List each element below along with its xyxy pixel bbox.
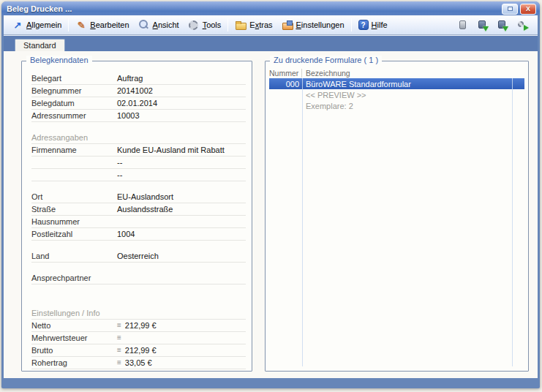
row-spacer: [31, 263, 246, 272]
import-icon[interactable]: [497, 20, 508, 31]
sum-icon: ≡: [117, 334, 121, 342]
restore-icon: [508, 7, 513, 11]
groupbox-title: Belegkenndaten: [26, 56, 92, 64]
menu-item-label: Bearbeiten: [90, 20, 129, 29]
toolbar: ↗Allgemein✎BearbeitenAnsichtToolsExtrasE…: [4, 15, 538, 35]
row-spacer: [31, 241, 246, 250]
field-value: Kunde EU-Ausland mit Rabatt: [117, 146, 225, 154]
groupbox-title: Zu druckende Formulare ( 1 ): [270, 56, 382, 64]
sum-icon: ≡: [117, 359, 121, 366]
field-label: Belegdatum: [31, 99, 117, 108]
list-right-guide-line: [512, 78, 513, 366]
groupbox-belegkenndaten: Belegkenndaten BelegartAuftragBelegnumme…: [21, 61, 252, 372]
cell-bezeichnung: Exemplare: 2: [302, 102, 353, 110]
tab-standard[interactable]: Standard: [15, 39, 65, 51]
title-bar[interactable]: Beleg Drucken ... X: [1, 1, 540, 15]
field-label: Land: [31, 252, 117, 260]
dialog-window: Beleg Drucken ... X ↗Allgemein✎Bearbeite…: [1, 1, 540, 388]
menu-item-label: Ansicht: [153, 20, 179, 29]
cell-bezeichnung: BüroWARE Standardformular: [302, 80, 411, 88]
arrow-up-right-icon: ↗: [12, 19, 23, 31]
field-row-netto: Netto≡212,99 €: [31, 320, 246, 332]
field-value: Auftrag: [117, 74, 143, 83]
field-row-ansprechpartner: Ansprechpartner: [31, 272, 246, 284]
field-row-ort: OrtEU-Auslandsort: [31, 191, 246, 203]
left-rows: BelegartAuftragBelegnummer20141002Belegd…: [22, 61, 252, 369]
field-row-mehrwertsteuer: Mehrwertsteuer≡: [31, 332, 246, 344]
field-row-stra-e: StraßeAuslandsstraße: [31, 203, 246, 216]
toolbar-right-icons: [458, 20, 534, 31]
field-value: --: [117, 158, 122, 167]
gear-icon: [188, 19, 200, 31]
tab-strip: Standard: [4, 35, 538, 51]
field-row-belegart: BelegartAuftrag: [31, 72, 246, 85]
field-value: 20141002: [117, 86, 153, 95]
column-header-bezeichnung: Bezeichnung: [302, 69, 350, 78]
field-label: Firmenname: [31, 146, 117, 154]
field-row-hausnummer: Hausnummer: [31, 216, 246, 228]
field-row-postleitzahl: Postleitzahl1004: [31, 228, 246, 241]
menu-item-bearbeiten[interactable]: ✎Bearbeiten: [71, 18, 133, 32]
close-button[interactable]: X: [520, 4, 536, 15]
field-row-blank: --: [31, 169, 246, 181]
menubar-items: ↗Allgemein✎BearbeitenAnsichtToolsExtrasE…: [7, 18, 392, 32]
content-area: Belegkenndaten BelegartAuftragBelegnumme…: [4, 51, 538, 378]
field-row-firmenname: FirmennameKunde EU-Ausland mit Rabatt: [31, 144, 246, 157]
field-value: --: [117, 170, 122, 179]
delete-icon[interactable]: [458, 20, 469, 31]
cell-nummer: 000: [269, 80, 302, 88]
field-value: 02.01.2014: [117, 99, 157, 108]
field-label: Adressnummer: [31, 111, 117, 120]
field-label: Netto: [31, 321, 117, 330]
list-item[interactable]: << PREVIEW >>: [269, 89, 524, 100]
field-row-belegdatum: Belegdatum02.01.2014: [31, 97, 246, 110]
toolbar-separator: [351, 18, 352, 31]
magnifier-icon: [138, 19, 150, 31]
field-value: ≡: [117, 334, 125, 342]
menu-item-label: Tools: [203, 20, 222, 29]
field-row-belegnummer: Belegnummer20141002: [31, 85, 246, 97]
sum-icon: ≡: [117, 322, 121, 329]
sum-icon: ≡: [117, 347, 121, 354]
window-title: Beleg Drucken ...: [7, 4, 500, 13]
field-row-land: LandOesterreich: [31, 250, 246, 263]
row-spacer: [31, 122, 246, 132]
field-value: 1004: [117, 230, 135, 238]
section-header-adressangaben: Adressangaben: [31, 132, 246, 144]
field-label: Brutto: [31, 346, 117, 355]
forms-list-header: Nummer Bezeichnung: [269, 68, 524, 78]
field-value: EU-Auslandsort: [117, 192, 173, 201]
menu-item-ansicht[interactable]: Ansicht: [134, 18, 184, 32]
column-header-nummer: Nummer: [269, 69, 302, 78]
field-row-adressnummer: Adressnummer10003: [31, 110, 246, 122]
section-header-einstellungen-info: Einstellungen / Info: [31, 307, 246, 320]
field-value: ≡212,99 €: [117, 321, 157, 330]
toolbar-separator: [68, 18, 69, 31]
field-value: Auslandsstraße: [117, 205, 173, 214]
row-spacer: [31, 181, 246, 191]
menu-item-label: Allgemein: [26, 20, 61, 29]
field-label: Ort: [31, 192, 117, 201]
menu-item-extras[interactable]: Extras: [230, 18, 276, 32]
forms-list: Nummer Bezeichnung 000BüroWARE Standardf…: [269, 68, 524, 366]
menu-item-tools[interactable]: Tools: [184, 18, 226, 32]
field-label: Belegart: [31, 74, 117, 83]
menu-item-allgemein[interactable]: ↗Allgemein: [7, 18, 66, 32]
forms-list-rows: 000BüroWARE Standardformular<< PREVIEW >…: [269, 78, 524, 111]
menu-item-label: Extras: [249, 20, 272, 29]
field-value: Oesterreich: [117, 252, 159, 260]
field-value: ≡33,05 €: [117, 358, 152, 367]
field-value: ≡212,99 €: [117, 346, 157, 355]
menu-item-hilfe[interactable]: ?Hilfe: [354, 18, 392, 31]
export-icon[interactable]: [478, 20, 489, 31]
groupbox-formulare: Zu druckende Formulare ( 1 ) Nummer Beze…: [265, 61, 529, 372]
menu-item-einstellungen[interactable]: Einstellungen: [277, 18, 349, 32]
print-settings-icon[interactable]: [517, 20, 528, 31]
form-row-selected[interactable]: 000BüroWARE Standardformular: [269, 78, 524, 89]
list-item[interactable]: Exemplare: 2: [269, 100, 524, 111]
field-label: Belegnummer: [31, 86, 117, 95]
field-row-brutto: Brutto≡212,99 €: [31, 344, 246, 357]
restore-button[interactable]: [502, 4, 518, 15]
field-row-rohertrag: Rohertrag≡33,05 €: [31, 357, 246, 369]
column-divider-line: [302, 78, 303, 366]
